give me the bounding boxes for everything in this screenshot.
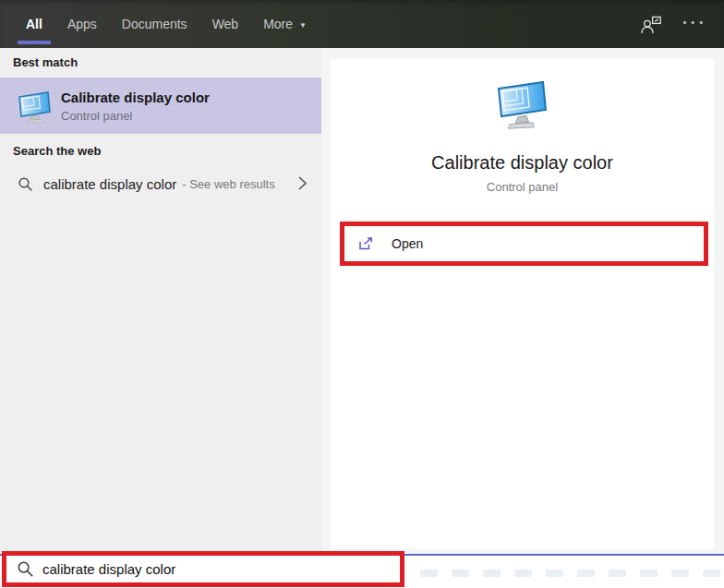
tab-more-label: More bbox=[263, 17, 293, 31]
taskbar-reflection bbox=[420, 570, 720, 577]
ellipsis-icon[interactable]: ••• bbox=[682, 17, 707, 28]
open-label: Open bbox=[392, 236, 423, 251]
open-external-icon bbox=[357, 236, 374, 251]
preview-panel: Calibrate display color Control panel bbox=[321, 48, 724, 554]
search-input[interactable] bbox=[42, 561, 347, 577]
preview-card: Calibrate display color Control panel bbox=[331, 59, 714, 549]
web-query: calibrate display color bbox=[43, 176, 176, 192]
taskbar-ghost bbox=[452, 570, 469, 577]
annotation-open-box: Open bbox=[340, 222, 708, 266]
taskbar-ghost bbox=[609, 570, 626, 577]
tab-all[interactable]: All bbox=[26, 0, 42, 48]
taskbar-ghost bbox=[640, 570, 658, 577]
best-match-text: Calibrate display color Control panel bbox=[61, 90, 210, 123]
taskbar-ghost bbox=[671, 570, 689, 577]
search-icon bbox=[17, 560, 34, 578]
taskbar-ghost bbox=[483, 570, 501, 577]
taskbar-ghost bbox=[514, 570, 532, 577]
tab-web[interactable]: Web bbox=[212, 0, 239, 48]
filter-tabs: All Apps Documents Web More ▼ bbox=[26, 0, 307, 48]
display-calibration-icon bbox=[17, 90, 54, 123]
taskbar-ghost bbox=[546, 570, 563, 577]
web-suffix: - See web results bbox=[182, 177, 274, 191]
divider bbox=[343, 220, 702, 221]
tab-documents[interactable]: Documents bbox=[122, 0, 187, 48]
best-match-subtitle: Control panel bbox=[61, 109, 210, 123]
search-web-header: Search the web bbox=[13, 144, 101, 158]
annotation-search-box bbox=[2, 551, 404, 587]
search-filter-bar: All Apps Documents Web More ▼ ••• bbox=[0, 0, 724, 48]
tab-apps[interactable]: Apps bbox=[67, 0, 97, 48]
open-button[interactable]: Open bbox=[344, 226, 704, 261]
taskbar-ghost bbox=[420, 570, 438, 577]
display-calibration-icon bbox=[331, 79, 714, 135]
web-suggestion[interactable]: calibrate display color - See web result… bbox=[0, 166, 321, 201]
results-panel: Best match Calibrate display bbox=[0, 48, 321, 554]
best-match-title: Calibrate display color bbox=[61, 90, 210, 105]
best-match-header: Best match bbox=[13, 55, 78, 69]
taskbar-ghost bbox=[703, 570, 720, 577]
chevron-down-icon: ▼ bbox=[299, 21, 307, 30]
sign-in-options-icon[interactable] bbox=[640, 15, 662, 34]
topbar-icons: ••• bbox=[640, 0, 707, 48]
windows-search-flyout: All Apps Documents Web More ▼ ••• Best m… bbox=[0, 0, 724, 588]
preview-subtitle: Control panel bbox=[331, 180, 714, 194]
search-icon bbox=[18, 176, 33, 192]
preview-title: Calibrate display color bbox=[331, 152, 714, 174]
chevron-right-icon[interactable] bbox=[297, 175, 308, 191]
best-match-result[interactable]: Calibrate display color Control panel bbox=[0, 78, 321, 134]
tab-more[interactable]: More ▼ bbox=[263, 0, 307, 48]
taskbar-ghost bbox=[577, 570, 595, 577]
